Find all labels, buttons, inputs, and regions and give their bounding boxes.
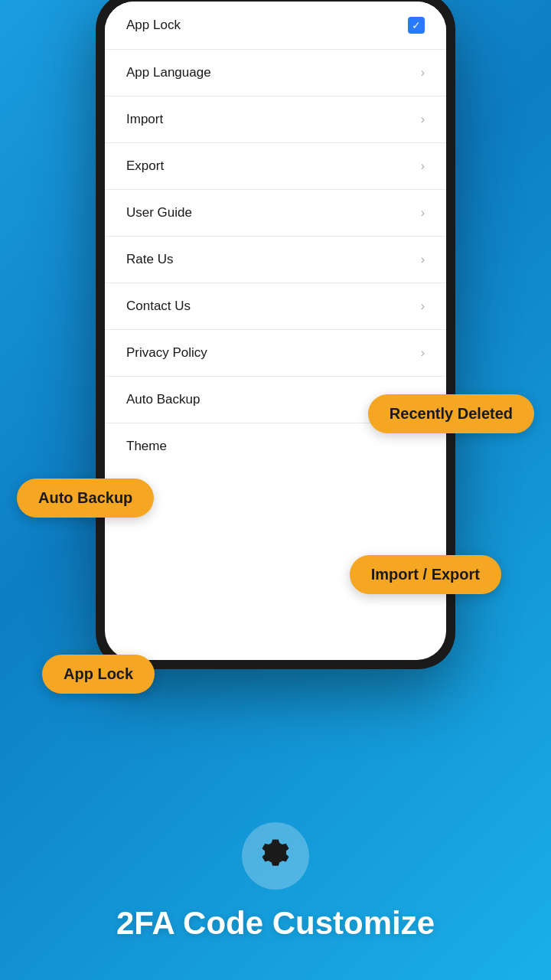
bottom-section: 2FA Code Customize [0,822,551,942]
settings-label-rate-us: Rate Us [126,252,173,267]
chevron-icon: › [421,346,425,360]
app-lock-right: ✓ [408,17,425,34]
settings-label-privacy-policy: Privacy Policy [126,345,207,361]
settings-item-user-guide[interactable]: User Guide › [105,190,446,237]
gear-icon-circle [242,822,309,890]
chevron-icon: › [421,66,425,80]
settings-item-privacy-policy[interactable]: Privacy Policy › [105,330,446,377]
chevron-icon: › [421,299,425,313]
settings-item-rate-us[interactable]: Rate Us › [105,237,446,283]
settings-label-import: Import [126,112,163,127]
settings-label-app-language: App Language [126,65,211,80]
app-lock-checkbox[interactable]: ✓ [408,17,425,34]
chevron-icon: › [421,159,425,173]
settings-item-contact-us[interactable]: Contact Us › [105,283,446,330]
recently-deleted-button[interactable]: Recently Deleted [368,394,534,433]
bottom-title: 2FA Code Customize [116,905,435,942]
settings-label-contact-us: Contact Us [126,299,191,314]
import-export-button[interactable]: Import / Export [350,555,501,594]
settings-item-app-lock[interactable]: App Lock ✓ [105,2,446,50]
settings-label-export: Export [126,158,164,174]
gear-icon [256,836,295,876]
chevron-icon: › [421,113,425,126]
settings-item-import[interactable]: Import › [105,96,446,143]
settings-label-theme: Theme [126,439,167,453]
settings-item-app-language[interactable]: App Language › [105,50,446,96]
settings-label-auto-backup: Auto Backup [126,392,200,407]
settings-label-app-lock: App Lock [126,18,181,33]
chevron-icon: › [421,253,425,266]
settings-item-export[interactable]: Export › [105,143,446,190]
auto-backup-button[interactable]: Auto Backup [17,479,154,518]
chevron-icon: › [421,206,425,220]
settings-label-user-guide: User Guide [126,205,192,220]
app-lock-tooltip-button[interactable]: App Lock [42,655,155,694]
